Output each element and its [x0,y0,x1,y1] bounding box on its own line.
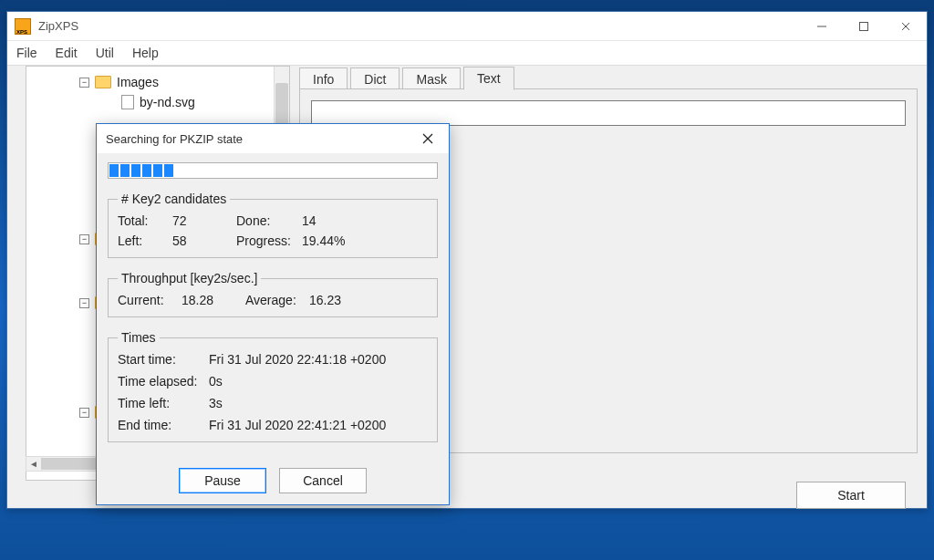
tab-info[interactable]: Info [299,67,348,90]
total-label: Total: [118,213,172,228]
titlebar[interactable]: ZipXPS [7,12,927,41]
dialog-title: Searching for PKZIP state [106,132,243,146]
timeleft-label: Time left: [118,396,209,410]
maximize-button[interactable] [843,12,885,41]
collapse-icon[interactable]: − [79,234,89,244]
elapsed-label: Time elapsed: [118,374,209,389]
done-label: Done: [236,213,302,228]
current-value: 18.28 [182,293,245,307]
minimize-button[interactable] [801,12,843,41]
average-value: 16.23 [309,293,428,307]
tree-row-file[interactable]: by-nd.svg [28,92,287,112]
close-button[interactable] [885,12,927,41]
cancel-button[interactable]: Cancel [279,468,367,493]
timeleft-value: 3s [209,396,428,410]
menu-edit[interactable]: Edit [56,46,78,60]
pause-button[interactable]: Pause [179,468,266,493]
tree-label: Images [117,75,159,89]
end-time-label: End time: [118,418,209,432]
start-time-label: Start time: [118,352,209,367]
menu-file[interactable]: File [16,46,37,60]
left-value: 58 [172,233,236,248]
times-legend: Times [118,330,160,345]
elapsed-value: 0s [209,374,428,389]
current-label: Current: [118,293,182,307]
progress-dialog: Searching for PKZIP state # Key2 candida… [96,123,450,505]
times-group: Times Start time: Fri 31 Jul 2020 22:41:… [108,330,438,442]
tab-text[interactable]: Text [463,67,514,90]
done-value: 14 [302,213,428,228]
dialog-close-button[interactable] [414,126,441,151]
key2-legend: # Key2 candidates [118,192,230,206]
menu-util[interactable]: Util [96,46,114,60]
average-label: Average: [245,293,309,307]
menubar: File Edit Util Help [7,41,927,65]
key2-group: # Key2 candidates Total: 72 Done: 14 Lef… [108,192,438,258]
end-time-value: Fri 31 Jul 2020 22:41:21 +0200 [209,418,428,432]
tab-dict[interactable]: Dict [350,67,400,90]
tree-label: by-nd.svg [140,95,195,109]
progress-bar [108,162,438,179]
app-icon [15,18,31,35]
tab-strip: Info Dict Mask Text [299,66,918,89]
left-label: Left: [118,233,172,248]
svg-rect-1 [860,22,868,30]
collapse-icon[interactable]: − [79,78,89,88]
tab-mask[interactable]: Mask [402,67,460,90]
app-title: ZipXPS [38,19,78,33]
scroll-thumb[interactable] [41,458,96,470]
tree-row-folder[interactable]: − Images [28,72,287,92]
collapse-icon[interactable]: − [79,408,89,418]
text-input[interactable] [311,100,906,126]
folder-icon [95,76,111,88]
dialog-titlebar[interactable]: Searching for PKZIP state [97,124,449,153]
scroll-left-icon[interactable]: ◄ [26,457,41,471]
start-button[interactable]: Start [796,482,906,509]
total-value: 72 [172,213,236,228]
menu-help[interactable]: Help [132,46,159,60]
collapse-icon[interactable]: − [79,298,89,308]
start-time-value: Fri 31 Jul 2020 22:41:18 +0200 [209,352,428,367]
progress-label: Progress: [236,233,302,248]
throughput-legend: Throughput [key2s/sec.] [118,271,261,285]
throughput-group: Throughput [key2s/sec.] Current: 18.28 A… [108,271,438,317]
progress-value: 19.44% [302,233,428,248]
file-icon [121,95,134,109]
